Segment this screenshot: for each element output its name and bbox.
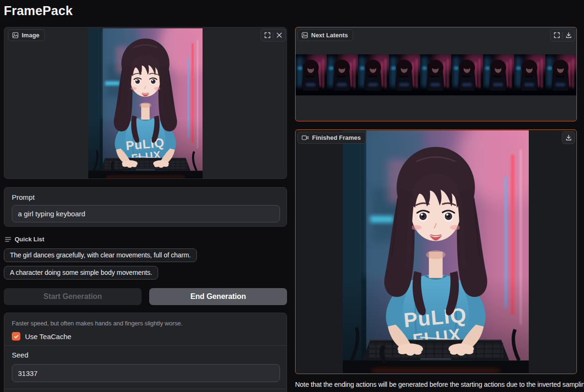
finished-frames-label: Finished Frames xyxy=(297,132,366,144)
latent-frame xyxy=(296,54,327,95)
latent-frame-image xyxy=(452,54,483,95)
latent-frame-image xyxy=(483,54,514,95)
download-button[interactable] xyxy=(563,132,574,143)
latent-frame xyxy=(545,54,576,95)
download-button[interactable] xyxy=(563,30,574,41)
quick-list-label-text: Quick List xyxy=(15,236,44,243)
checkmark-icon xyxy=(14,334,19,339)
teacache-checkbox-label: Use TeaCache xyxy=(25,332,71,341)
latent-frame-image xyxy=(420,54,451,95)
finished-frames-preview[interactable] xyxy=(343,130,529,373)
latent-strip[interactable] xyxy=(296,54,576,95)
teacache-info-text: Faster speed, but often makes hands and … xyxy=(12,320,183,327)
prompt-block: Prompt xyxy=(4,187,287,227)
next-latents-label: Next Latents xyxy=(297,29,353,41)
group-divider-1 xyxy=(4,345,287,346)
latent-frame xyxy=(452,54,483,95)
prompt-input[interactable] xyxy=(12,205,280,222)
clear-image-button[interactable] xyxy=(273,30,285,41)
prompt-label: Prompt xyxy=(12,193,34,201)
finished-frames-panel: Finished Frames xyxy=(295,129,577,374)
sampling-note: Note that the ending actions will be gen… xyxy=(295,381,584,388)
latent-frame xyxy=(358,54,389,95)
latent-frame-image xyxy=(358,54,389,95)
close-icon xyxy=(276,32,282,38)
latent-frame xyxy=(483,54,514,95)
latent-frame-image xyxy=(545,54,576,95)
latent-frame-image xyxy=(327,54,358,95)
quick-list-item-2[interactable]: A character doing some simple body movem… xyxy=(4,266,158,280)
input-image-preview[interactable] xyxy=(88,28,203,179)
image-panel-label-text: Image xyxy=(22,32,40,39)
framepack-app: PuLIQ FLUX xyxy=(0,0,584,392)
teacache-checkbox[interactable] xyxy=(12,332,20,341)
image-panel-toolbar xyxy=(261,29,286,42)
fullscreen-icon xyxy=(554,32,560,38)
next-latents-label-text: Next Latents xyxy=(311,32,348,39)
image-icon xyxy=(302,32,308,38)
image-panel-label: Image xyxy=(8,29,45,41)
image-icon xyxy=(12,32,18,38)
download-icon xyxy=(566,135,572,141)
finished-frames-toolbar xyxy=(562,131,575,144)
next-latents-panel: Next Latents xyxy=(295,27,577,121)
list-icon xyxy=(5,236,11,243)
page-title: FramePack xyxy=(4,4,73,18)
latent-frame xyxy=(389,54,420,95)
latent-frame xyxy=(420,54,451,95)
seed-label: Seed xyxy=(12,351,28,359)
group-divider-2 xyxy=(4,389,287,389)
fullscreen-button[interactable] xyxy=(262,30,273,41)
video-icon xyxy=(302,135,309,141)
quick-list-item-1[interactable]: The girl dances gracefully, with clear m… xyxy=(4,248,197,262)
teacache-row: Use TeaCache xyxy=(12,332,71,341)
latent-frame xyxy=(327,54,358,95)
end-generation-button[interactable]: End Generation xyxy=(149,288,287,305)
finished-frames-label-text: Finished Frames xyxy=(312,134,361,141)
latent-frame xyxy=(514,54,545,95)
fullscreen-icon xyxy=(264,32,271,38)
latent-frame-image xyxy=(514,54,545,95)
start-generation-button[interactable]: Start Generation xyxy=(4,288,142,305)
seed-input[interactable] xyxy=(12,364,280,382)
latent-frame-image xyxy=(389,54,420,95)
fullscreen-button[interactable] xyxy=(551,30,562,41)
next-latents-toolbar xyxy=(550,29,575,42)
quick-list-label: Quick List xyxy=(5,236,44,243)
settings-group: Faster speed, but often makes hands and … xyxy=(4,313,287,392)
latent-frame-image xyxy=(296,54,327,95)
input-image-panel: Image xyxy=(4,27,287,179)
download-icon xyxy=(566,32,572,38)
